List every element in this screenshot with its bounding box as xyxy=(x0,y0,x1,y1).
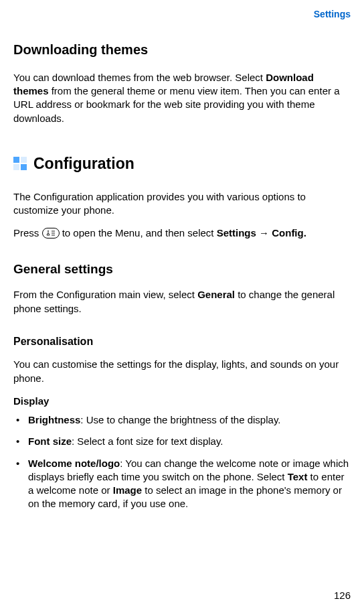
option-text: : Select a font size for text display. xyxy=(72,435,223,447)
bold-text: Text xyxy=(288,471,308,482)
list-item: Welcome note/logo: You can change the we… xyxy=(13,457,351,511)
display-options-list: Brightness: Use to change the brightness… xyxy=(13,413,351,511)
option-text: : Use to change the brightness of the di… xyxy=(80,414,280,425)
para-downloading-themes: You can download themes from the web bro… xyxy=(13,71,351,125)
option-label: Brightness xyxy=(28,414,80,425)
text: → xyxy=(256,227,272,239)
svg-point-1 xyxy=(48,231,49,232)
para-config-intro: The Configuration application provides y… xyxy=(13,190,351,218)
heading-general-settings: General settings xyxy=(13,261,351,278)
subhead-display: Display xyxy=(13,395,351,408)
heading-downloading-themes: Downloading themes xyxy=(13,41,351,59)
list-item: Brightness: Use to change the brightness… xyxy=(13,413,351,427)
bold-settings: Settings xyxy=(217,227,256,239)
para-personalisation-intro: You can customise the settings for the d… xyxy=(13,358,351,385)
section-squares-icon xyxy=(13,157,27,170)
text: from the general theme or menu view item… xyxy=(13,85,339,124)
list-item: Font size: Select a font size for text d… xyxy=(13,435,351,448)
text: to open the Menu, and then select xyxy=(60,227,217,239)
para-config-press: Press to open the Menu, and then select … xyxy=(13,226,351,240)
option-label: Font size xyxy=(28,435,72,447)
header-section-label: Settings xyxy=(13,8,351,21)
text: From the Configuration main view, select xyxy=(13,289,197,300)
section-title-text: Configuration xyxy=(33,153,134,174)
option-label: Welcome note/logo xyxy=(28,458,120,469)
svg-rect-0 xyxy=(42,228,59,239)
menu-key-icon xyxy=(42,228,60,239)
text: You can download themes from the web bro… xyxy=(13,72,266,83)
heading-personalisation: Personalisation xyxy=(13,334,351,349)
para-general-intro: From the Configuration main view, select… xyxy=(13,288,351,316)
text: Press xyxy=(13,227,42,239)
section-heading-configuration: Configuration xyxy=(13,153,351,174)
page-number: 126 xyxy=(334,589,351,602)
bold-image: Image xyxy=(113,484,142,496)
bold-general: General xyxy=(197,289,235,300)
bold-config: Config. xyxy=(272,227,306,239)
